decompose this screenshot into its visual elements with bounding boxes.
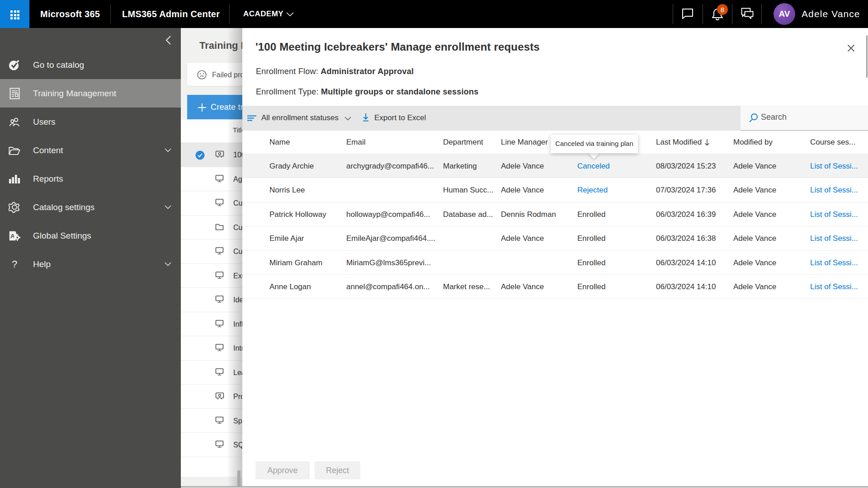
svg-text:A: A <box>10 233 15 239</box>
